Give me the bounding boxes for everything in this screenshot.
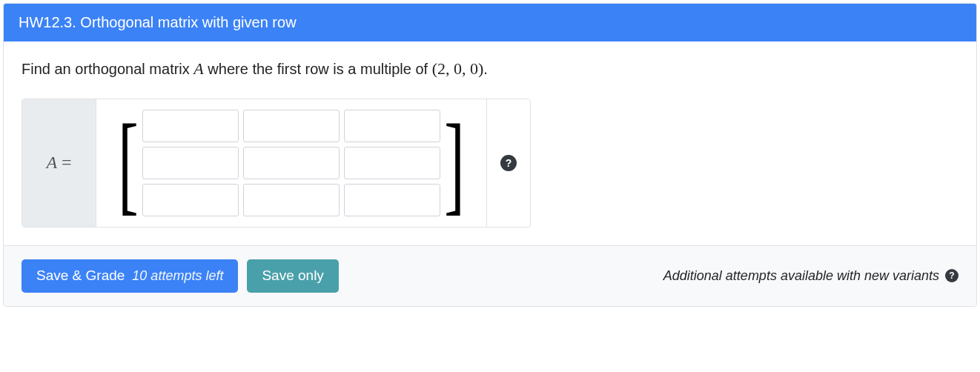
prompt-vector: (2, 0, 0): [432, 59, 484, 78]
matrix-cell-0-0[interactable]: [142, 110, 239, 142]
question-prompt: Find an orthogonal matrix A where the fi…: [21, 58, 959, 81]
matrix-cell-2-2[interactable]: [344, 184, 440, 216]
prompt-prefix: Find an orthogonal matrix: [21, 61, 193, 77]
footnote-text: Additional attempts available with new v…: [663, 268, 939, 284]
prompt-middle: where the first row is a multiple of: [204, 61, 432, 77]
matrix-cell-1-1[interactable]: [243, 147, 340, 179]
matrix-grid: [142, 110, 440, 216]
question-title: HW12.3. Orthogonal matrix with given row: [19, 14, 297, 30]
matrix-cell-0-2[interactable]: [344, 110, 440, 142]
matrix-cell-1-0[interactable]: [142, 147, 239, 179]
matrix-cell-1-2[interactable]: [344, 147, 440, 179]
matrix-cell-0-1[interactable]: [243, 110, 340, 142]
card-header: HW12.3. Orthogonal matrix with given row: [4, 4, 976, 41]
prompt-suffix: .: [483, 61, 488, 77]
save-grade-button[interactable]: Save & Grade 10 attempts left: [21, 259, 238, 293]
left-bracket-icon: [: [118, 114, 138, 212]
matrix-label: A =: [22, 99, 96, 227]
matrix-label-eq: =: [62, 153, 72, 173]
matrix-label-variable: A: [46, 153, 57, 173]
right-bracket-icon: ]: [444, 114, 464, 212]
save-only-button[interactable]: Save only: [247, 259, 338, 293]
matrix-cell-2-1[interactable]: [243, 184, 340, 216]
help-icon[interactable]: ?: [500, 155, 517, 171]
footnote-help-icon[interactable]: ?: [945, 269, 959, 282]
matrix-cell-2-0[interactable]: [142, 184, 239, 216]
prompt-variable: A: [193, 59, 203, 78]
save-grade-label: Save & Grade: [36, 268, 125, 284]
save-only-label: Save only: [262, 268, 323, 284]
attempts-left: 10 attempts left: [132, 269, 223, 284]
matrix-input-panel: A = [ ] ?: [21, 99, 531, 227]
question-card: HW12.3. Orthogonal matrix with given row…: [3, 3, 977, 307]
matrix-wrap: [ ]: [96, 99, 486, 227]
card-footer: Save & Grade 10 attempts left Save only …: [4, 245, 976, 306]
footnote: Additional attempts available with new v…: [663, 268, 959, 284]
help-cell: ?: [486, 99, 530, 227]
card-body: Find an orthogonal matrix A where the fi…: [4, 41, 976, 245]
